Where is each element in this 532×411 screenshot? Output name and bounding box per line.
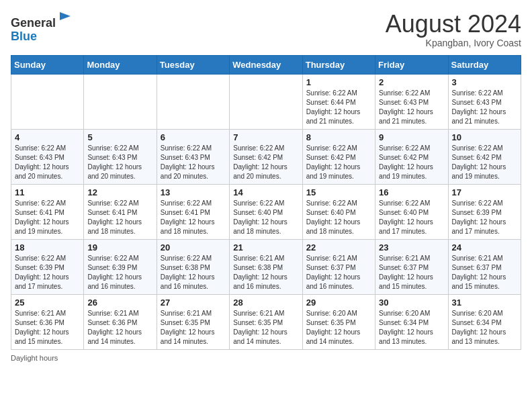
day-number: 18 (15, 242, 80, 253)
day-number: 16 (379, 187, 444, 197)
location-subtitle: Kpangban, Ivory Coast (386, 38, 521, 48)
calendar-cell: 26Sunrise: 6:21 AM Sunset: 6:36 PM Dayli… (84, 294, 157, 349)
day-number: 3 (452, 77, 517, 87)
calendar-cell: 30Sunrise: 6:20 AM Sunset: 6:34 PM Dayli… (375, 294, 448, 349)
calendar-day-header: Saturday (448, 55, 521, 74)
calendar-day-header: Sunday (11, 55, 84, 74)
logo-flag-icon (57, 11, 73, 27)
day-detail: Sunrise: 6:22 AM Sunset: 6:40 PM Dayligh… (233, 199, 298, 236)
day-number: 29 (306, 298, 371, 308)
day-detail: Sunrise: 6:22 AM Sunset: 6:43 PM Dayligh… (15, 144, 80, 181)
logo-general-text: General (11, 16, 56, 30)
calendar-week-row: 4Sunrise: 6:22 AM Sunset: 6:43 PM Daylig… (11, 129, 521, 184)
calendar-cell: 3Sunrise: 6:22 AM Sunset: 6:43 PM Daylig… (448, 74, 521, 129)
logo: General Blue (11, 11, 73, 44)
day-number: 27 (161, 298, 226, 308)
legend: Daylight hours (11, 354, 521, 362)
day-number: 5 (87, 132, 152, 142)
day-detail: Sunrise: 6:22 AM Sunset: 6:39 PM Dayligh… (15, 254, 80, 291)
day-detail: Sunrise: 6:22 AM Sunset: 6:43 PM Dayligh… (87, 144, 152, 181)
calendar-cell (84, 74, 157, 129)
day-detail: Sunrise: 6:22 AM Sunset: 6:41 PM Dayligh… (161, 199, 226, 236)
calendar-cell: 12Sunrise: 6:22 AM Sunset: 6:41 PM Dayli… (84, 184, 157, 239)
day-detail: Sunrise: 6:22 AM Sunset: 6:42 PM Dayligh… (306, 144, 371, 181)
calendar-day-header: Friday (375, 55, 448, 74)
calendar-cell: 21Sunrise: 6:21 AM Sunset: 6:38 PM Dayli… (230, 239, 302, 294)
calendar-cell (230, 74, 302, 129)
day-number: 19 (87, 242, 152, 253)
day-number: 28 (233, 298, 298, 308)
calendar-day-header: Wednesday (230, 55, 302, 74)
day-number: 2 (379, 77, 444, 87)
calendar-table: SundayMondayTuesdayWednesdayThursdayFrid… (11, 55, 521, 350)
calendar-header-row: SundayMondayTuesdayWednesdayThursdayFrid… (11, 55, 521, 74)
day-detail: Sunrise: 6:22 AM Sunset: 6:39 PM Dayligh… (452, 199, 517, 236)
day-detail: Sunrise: 6:21 AM Sunset: 6:37 PM Dayligh… (452, 254, 517, 291)
calendar-cell: 17Sunrise: 6:22 AM Sunset: 6:39 PM Dayli… (448, 184, 521, 239)
day-number: 30 (379, 298, 444, 308)
day-detail: Sunrise: 6:22 AM Sunset: 6:39 PM Dayligh… (87, 254, 152, 291)
calendar-cell: 29Sunrise: 6:20 AM Sunset: 6:35 PM Dayli… (302, 294, 375, 349)
month-year-title: August 2024 (386, 11, 521, 38)
calendar-week-row: 1Sunrise: 6:22 AM Sunset: 6:44 PM Daylig… (11, 74, 521, 129)
day-detail: Sunrise: 6:21 AM Sunset: 6:36 PM Dayligh… (15, 309, 80, 347)
day-number: 21 (233, 242, 298, 253)
calendar-cell: 6Sunrise: 6:22 AM Sunset: 6:43 PM Daylig… (157, 129, 229, 184)
calendar-cell: 23Sunrise: 6:21 AM Sunset: 6:37 PM Dayli… (375, 239, 448, 294)
day-detail: Sunrise: 6:20 AM Sunset: 6:34 PM Dayligh… (379, 309, 444, 347)
day-detail: Sunrise: 6:22 AM Sunset: 6:43 PM Dayligh… (452, 89, 517, 126)
calendar-cell: 11Sunrise: 6:22 AM Sunset: 6:41 PM Dayli… (11, 184, 84, 239)
calendar-week-row: 18Sunrise: 6:22 AM Sunset: 6:39 PM Dayli… (11, 239, 521, 294)
calendar-cell: 1Sunrise: 6:22 AM Sunset: 6:44 PM Daylig… (302, 74, 375, 129)
calendar-cell: 8Sunrise: 6:22 AM Sunset: 6:42 PM Daylig… (302, 129, 375, 184)
day-detail: Sunrise: 6:20 AM Sunset: 6:35 PM Dayligh… (306, 309, 371, 347)
calendar-cell: 15Sunrise: 6:22 AM Sunset: 6:40 PM Dayli… (302, 184, 375, 239)
day-number: 9 (379, 132, 444, 142)
calendar-cell: 25Sunrise: 6:21 AM Sunset: 6:36 PM Dayli… (11, 294, 84, 349)
calendar-cell: 20Sunrise: 6:22 AM Sunset: 6:38 PM Dayli… (157, 239, 229, 294)
calendar-week-row: 11Sunrise: 6:22 AM Sunset: 6:41 PM Dayli… (11, 184, 521, 239)
day-number: 24 (452, 242, 517, 253)
calendar-cell: 18Sunrise: 6:22 AM Sunset: 6:39 PM Dayli… (11, 239, 84, 294)
calendar-cell: 19Sunrise: 6:22 AM Sunset: 6:39 PM Dayli… (84, 239, 157, 294)
calendar-cell: 24Sunrise: 6:21 AM Sunset: 6:37 PM Dayli… (448, 239, 521, 294)
day-detail: Sunrise: 6:22 AM Sunset: 6:42 PM Dayligh… (233, 144, 298, 181)
calendar-cell: 9Sunrise: 6:22 AM Sunset: 6:42 PM Daylig… (375, 129, 448, 184)
calendar-cell: 4Sunrise: 6:22 AM Sunset: 6:43 PM Daylig… (11, 129, 84, 184)
day-detail: Sunrise: 6:22 AM Sunset: 6:41 PM Dayligh… (87, 199, 152, 236)
calendar-cell: 10Sunrise: 6:22 AM Sunset: 6:42 PM Dayli… (448, 129, 521, 184)
day-detail: Sunrise: 6:21 AM Sunset: 6:38 PM Dayligh… (233, 254, 298, 291)
day-number: 14 (233, 187, 298, 197)
day-number: 6 (161, 132, 226, 142)
calendar-day-header: Tuesday (157, 55, 229, 74)
day-detail: Sunrise: 6:22 AM Sunset: 6:43 PM Dayligh… (161, 144, 226, 181)
day-number: 22 (306, 242, 371, 253)
day-detail: Sunrise: 6:22 AM Sunset: 6:43 PM Dayligh… (379, 89, 444, 126)
day-number: 8 (306, 132, 371, 142)
day-number: 4 (15, 132, 80, 142)
day-detail: Sunrise: 6:21 AM Sunset: 6:37 PM Dayligh… (379, 254, 444, 291)
day-detail: Sunrise: 6:22 AM Sunset: 6:42 PM Dayligh… (452, 144, 517, 181)
day-detail: Sunrise: 6:22 AM Sunset: 6:44 PM Dayligh… (306, 89, 371, 126)
day-detail: Sunrise: 6:20 AM Sunset: 6:34 PM Dayligh… (452, 309, 517, 347)
day-number: 26 (87, 298, 152, 308)
day-number: 10 (452, 132, 517, 142)
day-number: 7 (233, 132, 298, 142)
calendar-cell: 16Sunrise: 6:22 AM Sunset: 6:40 PM Dayli… (375, 184, 448, 239)
svg-marker-0 (60, 12, 71, 20)
calendar-cell: 5Sunrise: 6:22 AM Sunset: 6:43 PM Daylig… (84, 129, 157, 184)
day-detail: Sunrise: 6:21 AM Sunset: 6:35 PM Dayligh… (233, 309, 298, 347)
calendar-cell (157, 74, 229, 129)
day-detail: Sunrise: 6:22 AM Sunset: 6:41 PM Dayligh… (15, 199, 80, 236)
day-detail: Sunrise: 6:22 AM Sunset: 6:40 PM Dayligh… (306, 199, 371, 236)
day-number: 23 (379, 242, 444, 253)
calendar-week-row: 25Sunrise: 6:21 AM Sunset: 6:36 PM Dayli… (11, 294, 521, 349)
day-number: 11 (15, 187, 80, 197)
day-detail: Sunrise: 6:22 AM Sunset: 6:40 PM Dayligh… (379, 199, 444, 236)
day-number: 17 (452, 187, 517, 197)
calendar-cell: 14Sunrise: 6:22 AM Sunset: 6:40 PM Dayli… (230, 184, 302, 239)
logo-blue-text: Blue (11, 30, 37, 43)
day-number: 13 (161, 187, 226, 197)
calendar-cell: 22Sunrise: 6:21 AM Sunset: 6:37 PM Dayli… (302, 239, 375, 294)
day-number: 25 (15, 298, 80, 308)
